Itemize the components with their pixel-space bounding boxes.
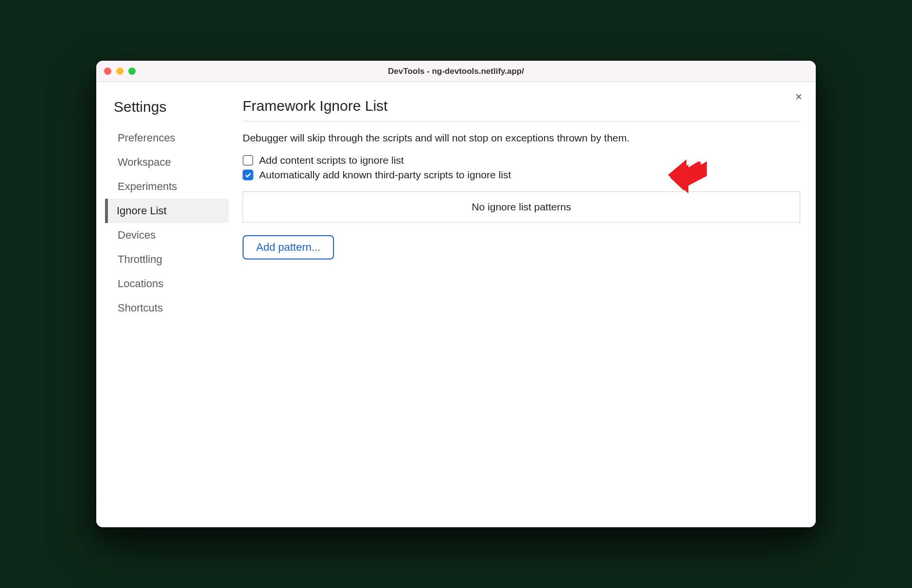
sidebar-item-label: Ignore List	[117, 205, 167, 217]
settings-sidebar: Settings Preferences Workspace Experimen…	[105, 95, 229, 519]
sidebar-item-preferences[interactable]: Preferences	[105, 126, 229, 150]
checkbox-content-scripts[interactable]	[243, 155, 253, 166]
patterns-empty-text: No ignore list patterns	[472, 201, 571, 213]
sidebar-item-throttling[interactable]: Throttling	[105, 247, 229, 272]
sidebar-item-label: Preferences	[118, 132, 175, 144]
sidebar-item-label: Workspace	[118, 156, 171, 168]
sidebar-item-workspace[interactable]: Workspace	[105, 150, 229, 174]
checkbox-row-third-party: Automatically add known third-party scri…	[243, 169, 800, 181]
settings-body: × Settings Preferences Workspace Experim…	[96, 82, 816, 527]
checkbox-row-content-scripts: Add content scripts to ignore list	[243, 155, 800, 166]
close-icon[interactable]: ×	[795, 91, 802, 103]
sidebar-item-ignore-list[interactable]: Ignore List	[105, 199, 229, 223]
minimize-window-button[interactable]	[116, 68, 123, 75]
check-icon	[245, 172, 252, 179]
settings-title: Settings	[114, 99, 229, 115]
sidebar-item-label: Throttling	[118, 253, 162, 265]
checkbox-label[interactable]: Add content scripts to ignore list	[259, 155, 404, 166]
checkbox-third-party[interactable]	[243, 170, 253, 180]
window-titlebar: DevTools - ng-devtools.netlify.app/	[96, 61, 816, 82]
window-title: DevTools - ng-devtools.netlify.app/	[388, 67, 524, 76]
close-window-button[interactable]	[104, 68, 111, 75]
button-label: Add pattern...	[256, 241, 320, 253]
settings-main: Framework Ignore List Debugger will skip…	[229, 95, 810, 519]
add-pattern-button[interactable]: Add pattern...	[243, 235, 334, 259]
sidebar-item-label: Locations	[118, 277, 163, 290]
checkbox-label[interactable]: Automatically add known third-party scri…	[259, 169, 511, 181]
sidebar-item-label: Experiments	[118, 180, 177, 192]
maximize-window-button[interactable]	[128, 68, 136, 75]
sidebar-item-label: Devices	[118, 229, 156, 241]
sidebar-item-locations[interactable]: Locations	[105, 272, 229, 296]
sidebar-item-experiments[interactable]: Experiments	[105, 174, 229, 199]
window-controls	[104, 68, 136, 75]
ignore-list-description: Debugger will skip through the scripts a…	[243, 132, 800, 144]
ignore-list-patterns-box: No ignore list patterns	[243, 191, 800, 223]
title-divider	[243, 121, 800, 121]
devtools-settings-window: DevTools - ng-devtools.netlify.app/ × Se…	[96, 61, 816, 527]
page-title: Framework Ignore List	[243, 98, 800, 114]
sidebar-item-label: Shortcuts	[118, 302, 163, 314]
sidebar-item-devices[interactable]: Devices	[105, 223, 229, 247]
sidebar-item-shortcuts[interactable]: Shortcuts	[105, 296, 229, 320]
